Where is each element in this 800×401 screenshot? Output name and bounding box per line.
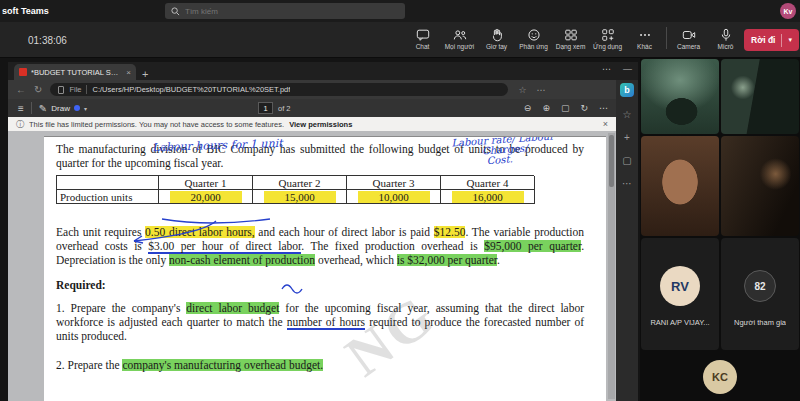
page-number-input[interactable]: 1 xyxy=(258,102,273,114)
table-corner-cell xyxy=(57,176,159,190)
notice-close-icon[interactable]: × xyxy=(603,119,608,129)
notice-text: This file has limited permissions. You m… xyxy=(29,120,284,129)
rotate-icon[interactable]: ↻ xyxy=(580,103,588,113)
meeting-control-bar: 01:38:06 Chat Mọi người xyxy=(0,22,800,58)
table-value-cell: 20,000 xyxy=(159,190,253,204)
video-tile-3[interactable] xyxy=(641,136,719,236)
meeting-controls: Chat Mọi người Giơ tay xyxy=(404,25,781,50)
pdf-page: The manufacturing division of BIC Compan… xyxy=(44,136,606,401)
bing-copilot-icon[interactable]: b xyxy=(620,83,634,97)
participant-count-tile[interactable]: 82 Người tham gia xyxy=(721,238,799,350)
avatar: RV xyxy=(660,266,700,306)
table-value-cell: 10,000 xyxy=(347,190,441,204)
table-value-cell: 16,000 xyxy=(441,190,535,204)
annotation-gap xyxy=(56,204,584,225)
fit-page-icon[interactable]: ▢ xyxy=(561,103,570,113)
sidebar-collections-icon[interactable]: ▢ xyxy=(622,156,631,166)
meeting-timer: 01:38:06 xyxy=(28,35,67,46)
table-value-cell: 15,000 xyxy=(253,190,347,204)
avatar: KC xyxy=(703,360,737,394)
browser-address-bar: ← ↻ File C:/Users/HP/Desktop/BUDGET%20TU… xyxy=(8,80,638,99)
favorite-star-icon[interactable]: ☆ xyxy=(518,85,526,95)
participants-panel: RV RANI A/P VIJAY... 82 Người tham gia K… xyxy=(640,58,800,401)
leave-divider xyxy=(781,34,782,47)
pdf-toolbar: ≡ ✎ Draw ▾ 1 of 2 ⊖ ⊕ ▢ ↻ ⋯ xyxy=(8,99,616,117)
url-path: C:/Users/HP/Desktop/BUDGET%20TUTORIAL%20… xyxy=(92,85,290,94)
permissions-notice-bar: ⓘ This file has limited permissions. You… xyxy=(8,117,616,131)
pen-color-dot xyxy=(74,105,80,111)
video-tile-1[interactable] xyxy=(641,59,719,134)
video-tile-2[interactable] xyxy=(721,59,799,134)
info-icon: ⓘ xyxy=(16,119,24,130)
tab-budget-tutorial-pdf[interactable]: *BUDGET TUTORIAL SET.pdf × xyxy=(14,64,136,80)
view-button[interactable]: Dạng xem xyxy=(552,25,589,50)
teams-brand: soft Teams xyxy=(2,6,49,16)
requirement-1: 1. Prepare the company's direct labor bu… xyxy=(56,301,584,343)
pdf-file-icon xyxy=(19,68,27,76)
edge-browser-window: *BUDGET TUTORIAL SET.pdf × + ⋯ — ← ↻ Fil… xyxy=(8,62,638,401)
video-tile-4[interactable] xyxy=(721,136,799,236)
highlight-direct-labor-budget: direct labor budget xyxy=(186,302,279,314)
highlight-labor-hours: 0.50 direct labor hours, xyxy=(145,226,255,238)
camera-icon xyxy=(682,28,696,42)
chevron-down-icon[interactable]: ▾ xyxy=(788,36,792,44)
table-header: Quarter 3 xyxy=(347,176,441,190)
sidebar-star-icon[interactable]: ☆ xyxy=(623,110,632,120)
document-icon xyxy=(58,86,64,94)
refresh-icon[interactable]: ↻ xyxy=(34,84,42,95)
user-avatar[interactable]: Kv xyxy=(780,3,796,19)
chat-icon xyxy=(416,28,430,42)
view-grid-icon xyxy=(564,28,578,42)
pen-icon: ✎ xyxy=(39,103,47,114)
ink-underline-variable-cost: $3.00 per hour of direct labor xyxy=(148,240,301,254)
people-icon xyxy=(453,28,467,42)
browser-tab-strip: *BUDGET TUTORIAL SET.pdf × + ⋯ — xyxy=(8,62,638,80)
teams-title-bar: soft Teams Kv xyxy=(0,0,800,22)
controls-divider xyxy=(666,27,667,49)
participant-name: RANI A/P VIJAY... xyxy=(650,318,709,327)
zoom-in-icon[interactable]: ⊕ xyxy=(542,103,550,113)
mic-button[interactable]: Micrô xyxy=(707,25,744,50)
search-icon xyxy=(171,7,180,16)
participant-tile-kc[interactable]: KC xyxy=(680,352,760,401)
sidebar-more-icon[interactable]: ⋯ xyxy=(622,179,632,189)
leave-button[interactable]: Rời đi ▾ xyxy=(744,29,799,51)
teams-search[interactable] xyxy=(165,3,405,19)
ink-underline-hours: number of hours xyxy=(287,316,365,330)
url-field[interactable]: File C:/Users/HP/Desktop/BUDGET%20TUTORI… xyxy=(50,83,508,96)
view-permissions-link[interactable]: View permissions xyxy=(289,120,352,129)
more-dots-icon xyxy=(638,28,652,42)
highlight-depreciation: is $32,000 per quarter xyxy=(397,254,497,266)
address-more-icon[interactable]: ⋯ xyxy=(536,85,545,95)
page-count-label: of 2 xyxy=(278,104,291,113)
table-header: Quarter 2 xyxy=(253,176,347,190)
zoom-out-icon[interactable]: ⊖ xyxy=(524,103,532,113)
minimize-icon[interactable]: — xyxy=(623,64,632,74)
back-icon[interactable]: ← xyxy=(16,84,26,95)
sidebar-add-icon[interactable]: + xyxy=(624,133,630,143)
raise-hand-button[interactable]: Giơ tay xyxy=(478,25,515,50)
pdf-viewport: The manufacturing division of BIC Compan… xyxy=(8,131,616,401)
tab-close-icon[interactable]: × xyxy=(126,68,131,77)
chat-button[interactable]: Chat xyxy=(404,25,441,50)
requirement-2: 2. Prepare the company's manufacturing o… xyxy=(56,358,584,372)
draw-tool-button[interactable]: ✎ Draw ▾ xyxy=(39,103,87,114)
apps-icon xyxy=(601,28,615,42)
highlight-rate: $12.50 xyxy=(434,226,466,238)
browser-more-icon[interactable]: ⋯ xyxy=(602,64,611,74)
url-scheme: File xyxy=(69,85,81,94)
participant-tile-rani[interactable]: RV RANI A/P VIJAY... xyxy=(641,238,719,350)
highlight-fixed-overhead: $95,000 per quarter xyxy=(484,240,581,252)
new-tab-button[interactable]: + xyxy=(142,68,148,80)
react-button[interactable]: Phản ứng xyxy=(515,25,552,50)
scrollbar-thumb[interactable] xyxy=(609,135,614,187)
pdf-more-icon[interactable]: ⋯ xyxy=(599,103,608,113)
pdf-menu-icon[interactable]: ≡ xyxy=(18,103,24,114)
pdf-scrollbar[interactable] xyxy=(608,133,615,399)
people-button[interactable]: Mọi người xyxy=(441,25,478,50)
search-input[interactable] xyxy=(185,7,365,16)
apps-button[interactable]: Ứng dụng xyxy=(589,25,626,50)
camera-button[interactable]: Camera xyxy=(670,25,707,50)
participant-count-badge: 82 xyxy=(744,270,776,302)
more-button[interactable]: Khác xyxy=(626,25,663,50)
